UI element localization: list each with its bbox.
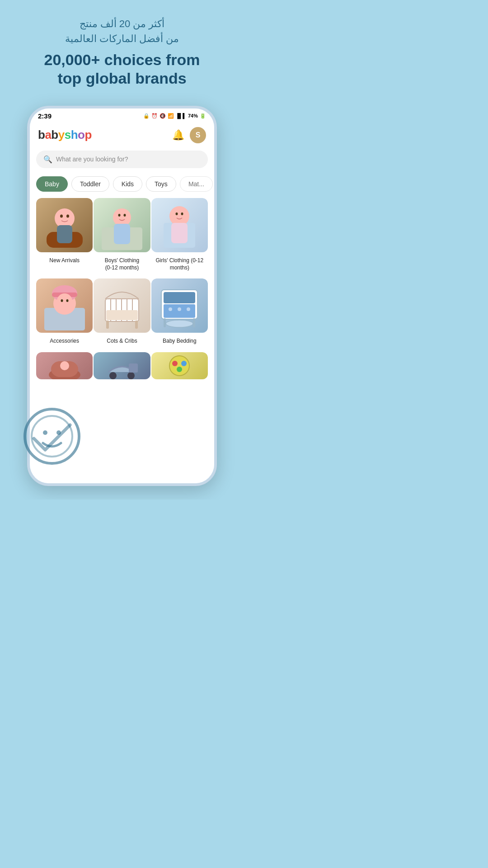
svg-point-51: [181, 361, 187, 366]
phone-container: 2:39 🔒 ⏰ 🔇 📶 ▐▌▌ 74% 🔋 babyshop: [0, 106, 244, 500]
app-header: babyshop 🔔 S: [30, 122, 214, 149]
svg-point-10: [118, 214, 120, 217]
svg-point-45: [60, 361, 69, 370]
svg-point-50: [172, 361, 178, 366]
svg-rect-2: [57, 225, 72, 243]
battery-icon: 🔋: [200, 113, 206, 119]
phone-outer: 2:39 🔒 ⏰ 🔇 📶 ▐▌▌ 74% 🔋 babyshop: [27, 106, 217, 486]
svg-rect-48: [129, 363, 138, 373]
product-image-girls-clothing: [151, 198, 208, 255]
svg-point-40: [166, 320, 193, 327]
product-image-row3-1: [36, 352, 93, 409]
svg-point-22: [57, 293, 72, 309]
product-row3-2[interactable]: [94, 352, 150, 411]
product-new-arrivals[interactable]: New Arrivals: [36, 198, 93, 272]
product-baby-bedding[interactable]: Baby Bedding: [151, 278, 208, 345]
svg-point-39: [187, 307, 190, 311]
svg-point-54: [32, 416, 72, 457]
product-image-accessories: [36, 278, 93, 335]
tab-maternity[interactable]: Mat...: [180, 176, 213, 192]
svg-rect-31: [106, 310, 138, 320]
svg-point-52: [177, 367, 182, 372]
tab-baby[interactable]: Baby: [36, 176, 68, 192]
svg-point-55: [43, 430, 47, 435]
notification-bell-icon[interactable]: 🔔: [172, 129, 184, 141]
tab-toys[interactable]: Toys: [146, 176, 176, 192]
product-label-girls-clothing: Girls' Clothing (0-12months): [155, 257, 203, 271]
product-image-row3-3: [151, 352, 208, 409]
tab-toddler[interactable]: Toddler: [71, 176, 109, 192]
svg-point-53: [25, 409, 79, 463]
battery-label: 74%: [188, 113, 198, 118]
svg-point-37: [169, 307, 172, 311]
search-placeholder-text: What are you looking for?: [56, 156, 128, 163]
product-row3-1[interactable]: [36, 352, 93, 411]
product-image-new-arrivals: [36, 198, 93, 255]
tab-kids[interactable]: Kids: [113, 176, 142, 192]
product-girls-clothing[interactable]: Girls' Clothing (0-12months): [151, 198, 208, 272]
category-tabs: Baby Toddler Kids Toys Mat...: [30, 175, 214, 198]
signal-icon: ▐▌▌: [176, 113, 186, 118]
decoration-circle: [20, 405, 84, 468]
product-label-baby-bedding: Baby Bedding: [163, 338, 197, 345]
svg-rect-8: [114, 224, 130, 244]
svg-point-3: [57, 209, 72, 223]
product-grid: New Arrivals: [30, 198, 214, 418]
product-image-baby-bedding: [151, 278, 208, 335]
svg-point-4: [60, 214, 63, 217]
alarm-icon: ⏰: [151, 113, 158, 119]
svg-point-38: [178, 307, 181, 311]
status-time: 2:39: [38, 112, 52, 120]
svg-rect-35: [164, 292, 195, 303]
product-label-boys-clothing: Boys' Clothing(0-12 months): [105, 257, 139, 271]
svg-point-23: [61, 299, 63, 302]
top-banner: أكثر من 20 ألف منتج من أفضل الماركات الع…: [0, 0, 244, 106]
svg-rect-14: [171, 223, 188, 243]
search-bar[interactable]: 🔍 What are you looking for?: [36, 151, 208, 168]
svg-point-11: [123, 214, 126, 217]
svg-point-16: [176, 212, 178, 215]
product-accessories[interactable]: Accessories: [36, 278, 93, 345]
lock-icon: 🔒: [143, 113, 150, 119]
product-label-cots-cribs: Cots & Cribs: [107, 338, 137, 345]
svg-point-47: [127, 372, 135, 379]
user-avatar[interactable]: S: [190, 127, 206, 143]
product-boys-clothing[interactable]: Boys' Clothing(0-12 months): [94, 198, 150, 272]
status-bar: 2:39 🔒 ⏰ 🔇 📶 ▐▌▌ 74% 🔋: [30, 108, 214, 122]
search-icon: 🔍: [43, 155, 52, 164]
svg-point-24: [66, 299, 68, 302]
svg-point-49: [169, 356, 189, 376]
english-heading: 20,000+ choices from top global brands: [18, 51, 226, 88]
svg-rect-33: [135, 321, 138, 329]
product-row3-3[interactable]: [151, 352, 208, 411]
product-label-new-arrivals: New Arrivals: [49, 257, 80, 264]
status-icons: 🔒 ⏰ 🔇 📶 ▐▌▌ 74% 🔋: [143, 113, 206, 119]
product-image-row3-2: [94, 352, 150, 409]
product-image-boys-clothing: [94, 198, 150, 255]
svg-point-5: [66, 214, 69, 217]
svg-point-9: [116, 209, 128, 222]
svg-point-46: [109, 372, 117, 379]
svg-rect-42: [193, 318, 195, 327]
product-image-cots-cribs: [94, 278, 150, 335]
wifi-icon: 📶: [168, 113, 174, 119]
header-icons: 🔔 S: [172, 127, 206, 143]
product-label-accessories: Accessories: [50, 338, 79, 345]
mute-icon: 🔇: [160, 113, 166, 119]
babyshop-logo: babyshop: [38, 128, 92, 142]
svg-point-15: [173, 207, 186, 221]
svg-rect-41: [164, 318, 166, 327]
arabic-tagline: أكثر من 20 ألف منتج من أفضل الماركات الع…: [18, 16, 226, 46]
svg-rect-32: [106, 321, 109, 329]
product-cots-cribs[interactable]: Cots & Cribs: [94, 278, 150, 345]
svg-point-17: [181, 212, 183, 215]
